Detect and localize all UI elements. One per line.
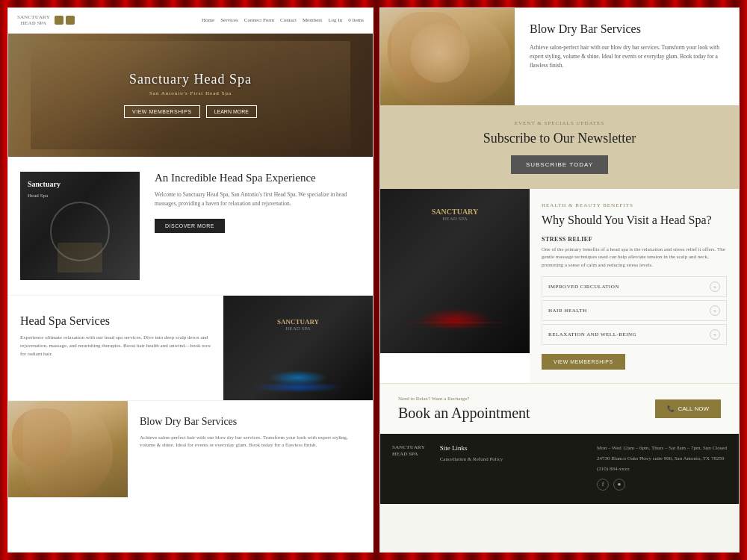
newsletter-section: EVENT & SPECIALS UPDATES Subscribe to Ou… (380, 105, 739, 189)
blowdry-section-left: Blow Dry Bar Services Achieve salon-perf… (8, 400, 373, 497)
phone-icon: 📞 (667, 405, 675, 412)
blowdry-text-left: Blow Dry Bar Services Achieve salon-perf… (128, 401, 373, 497)
instagram-icon[interactable] (66, 16, 75, 25)
services-text: Head Spa Services Experience ultimate re… (8, 296, 223, 400)
accordion-item-circulation[interactable]: IMPROVED CIRCULATION + (542, 276, 727, 297)
blowdry-text-top: Blow Dry Bar Services Achieve salon-perf… (515, 8, 739, 105)
navigation: SANCTUARY HEAD SPA Home Services Connect… (8, 8, 373, 34)
blowdry-section-top: Blow Dry Bar Services Achieve salon-perf… (380, 8, 739, 105)
why-image: SANCTUARY HEAD SPA (380, 189, 530, 353)
hair-woman-image-top (380, 8, 515, 105)
nav-contact[interactable]: Contact (280, 17, 297, 23)
facebook-footer-icon[interactable]: f (597, 479, 609, 491)
why-img-logo: SANCTUARY HEAD SPA (432, 208, 478, 222)
incredible-description: Welcome to Sanctuary Head Spa, San Anton… (155, 190, 361, 208)
nav-cart[interactable]: 0 Items (348, 17, 364, 23)
accordion-label-circulation: IMPROVED CIRCULATION (548, 284, 619, 290)
blowdry-description-left: Achieve salon-perfect hair with our blow… (140, 434, 361, 449)
footer-hours: Mon – Wed 12am – 6pm, Thurs – Sat 8am – … (597, 444, 727, 453)
nav-login[interactable]: Log In (328, 17, 342, 23)
right-panel: Blow Dry Bar Services Achieve salon-perf… (379, 7, 740, 553)
blowdry-image-left (8, 401, 128, 497)
blowdry-title-left: Blow Dry Bar Services (140, 416, 361, 428)
incredible-img-sub: Head Spa (28, 193, 48, 199)
nav-logo: SANCTUARY HEAD SPA (17, 14, 50, 27)
book-eyebrow: Need to Relax? Want a Recharge? (398, 396, 530, 402)
incredible-img-label: Sanctuary (28, 179, 61, 189)
accordion-icon-relaxation: + (710, 329, 720, 340)
footer-site-links: Site Links Cancellation & Refund Policy (440, 444, 582, 494)
incredible-text: An Incredible Head Spa Experience Welcom… (140, 172, 361, 233)
footer-logo: SANCTUARY HEAD SPA (392, 444, 425, 494)
hero-subtitle: San Antonio's First Head Spa (149, 90, 232, 96)
view-memberships-button-why[interactable]: VIEW MEMBERSHIPS (542, 354, 625, 370)
footer: SANCTUARY HEAD SPA Site Links Cancellati… (380, 434, 739, 504)
accordion-icon-hair: + (710, 305, 720, 316)
footer-link-cancellation[interactable]: Cancellation & Refund Policy (440, 456, 582, 462)
footer-site-links-title: Site Links (440, 444, 582, 452)
incredible-image: Sanctuary Head Spa (20, 172, 140, 280)
facebook-icon[interactable] (55, 16, 63, 25)
call-now-button[interactable]: 📞 CALL NOW (655, 399, 722, 418)
book-section: Need to Relax? Want a Recharge? Book an … (380, 383, 739, 434)
hero-section: Sanctuary Head Spa San Antonio's First H… (8, 34, 373, 157)
main-container: SANCTUARY HEAD SPA Home Services Connect… (0, 0, 747, 560)
hero-buttons: VIEW MEMBERSHIPS LEARN MORE (124, 105, 257, 118)
newsletter-title: Subscribe to Our Newsletter (395, 131, 724, 146)
accordion-item-relaxation[interactable]: RELAXATION AND WELL-BEING + (542, 324, 727, 345)
subscribe-button[interactable]: SUBSCRIBE TODAY (511, 155, 608, 174)
footer-address: 24730 Blanco Oaks Pkwy suite 900, San An… (597, 455, 727, 464)
footer-social: f ● (597, 479, 727, 492)
view-memberships-button[interactable]: VIEW MEMBERSHIPS (124, 105, 200, 118)
nav-services[interactable]: Services (220, 17, 238, 23)
services-title: Head Spa Services (20, 314, 211, 328)
why-title: Why Should You Visit a Head Spa? (542, 213, 727, 228)
why-description: One of the primary benefits of a head sp… (542, 246, 727, 270)
services-section: Head Spa Services Experience ultimate re… (8, 295, 373, 400)
learn-more-button[interactable]: LEARN MORE (206, 105, 257, 118)
why-section-title: STRESS RELIEF (542, 236, 727, 243)
why-section: SANCTUARY HEAD SPA HEALTH & BEAUTY BENEF… (380, 189, 739, 383)
hero-content: Sanctuary Head Spa San Antonio's First H… (8, 34, 373, 157)
nav-home[interactable]: Home (202, 17, 214, 23)
services-description: Experience ultimate relaxation with our … (20, 334, 211, 359)
accordion-item-hair[interactable]: HAIR HEALTH + (542, 300, 727, 321)
instagram-footer-icon[interactable]: ● (613, 479, 625, 491)
book-text: Need to Relax? Want a Recharge? Book an … (398, 396, 530, 422)
blowdry-description-top: Achieve salon-perfect hair with our blow… (530, 43, 724, 70)
nav-members[interactable]: Members (303, 17, 322, 23)
left-panel: SANCTUARY HEAD SPA Home Services Connect… (7, 7, 374, 553)
accordion-label-hair: HAIR HEALTH (548, 308, 587, 314)
why-eyebrow: HEALTH & BEAUTY BENEFITS (542, 202, 727, 208)
call-now-label: CALL NOW (678, 405, 710, 412)
why-glow-effect (418, 308, 492, 331)
accordion-icon-circulation: + (710, 281, 720, 292)
footer-phone: (210) 884-xxxx (597, 465, 727, 474)
blowdry-image-top (380, 8, 515, 105)
book-title: Book an Appointment (398, 405, 530, 422)
services-img-logo: SANCTUARY HEAD SPA (277, 318, 319, 332)
incredible-section: Sanctuary Head Spa An Incredible Head Sp… (8, 157, 373, 295)
hair-woman-image-left (8, 401, 128, 497)
accordion-label-relaxation: RELAXATION AND WELL-BEING (548, 332, 636, 337)
footer-contact: Mon – Wed 12am – 6pm, Thurs – Sat 8am – … (597, 444, 727, 494)
incredible-title: An Incredible Head Spa Experience (155, 172, 361, 184)
blowdry-title-top: Blow Dry Bar Services (530, 22, 724, 37)
services-image: SANCTUARY HEAD SPA (223, 296, 373, 400)
hero-title: Sanctuary Head Spa (129, 72, 252, 87)
why-text: HEALTH & BEAUTY BENEFITS Why Should You … (530, 189, 739, 383)
nav-social (55, 16, 75, 25)
newsletter-eyebrow: EVENT & SPECIALS UPDATES (395, 120, 724, 126)
discover-more-button[interactable]: DISCOVER MORE (155, 219, 225, 233)
nav-connect[interactable]: Connect Form (244, 17, 274, 23)
nav-links: Home Services Connect Form Contact Membe… (202, 17, 364, 23)
